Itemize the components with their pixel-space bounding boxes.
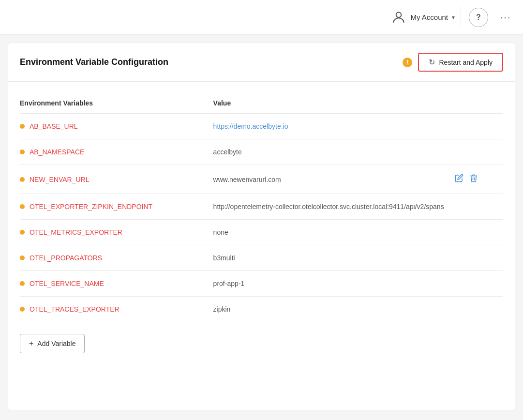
env-key-label: OTEL_TRACES_EXPORTER	[30, 305, 120, 313]
env-key-label: NEW_ENVAR_URL	[30, 176, 89, 183]
env-actions-cell	[455, 271, 503, 297]
env-actions-cell	[455, 245, 503, 271]
env-key-cell: NEW_ENVAR_URL	[20, 165, 213, 194]
env-value-cell: http://opentelemetry-collector.otelcolle…	[213, 194, 455, 220]
table-row: OTEL_TRACES_EXPORTER zipkin	[20, 297, 503, 322]
add-variable-button[interactable]: + Add Variable	[20, 334, 85, 353]
env-actions-cell	[455, 113, 503, 139]
env-table-container: Environment Variables Value AB_BASE_URL …	[8, 82, 515, 322]
env-key-label: OTEL_METRICS_EXPORTER	[30, 228, 122, 236]
env-status-dot	[20, 124, 25, 129]
delete-icon[interactable]	[469, 174, 478, 185]
add-variable-label: Add Variable	[37, 340, 75, 347]
env-value-text: accelbyte	[213, 148, 242, 156]
restart-apply-button[interactable]: ↻ Restart and Apply	[418, 53, 503, 72]
env-actions-cell	[455, 297, 503, 322]
env-key-cell: OTEL_METRICS_EXPORTER	[20, 220, 213, 245]
restart-apply-label: Restart and Apply	[439, 59, 493, 66]
page-header-actions: ! ↻ Restart and Apply	[403, 53, 503, 72]
col-header-variables: Environment Variables	[20, 93, 213, 113]
env-key-cell: AB_BASE_URL	[20, 113, 213, 139]
env-status-dot	[20, 307, 25, 312]
env-value-cell: https://demo.accelbyte.io	[213, 113, 455, 139]
table-row: AB_BASE_URL https://demo.accelbyte.io	[20, 113, 503, 139]
chevron-down-icon: ▾	[452, 14, 455, 21]
more-menu-button[interactable]: ···	[496, 8, 515, 27]
env-value-cell: b3multi	[213, 245, 455, 271]
env-actions-cell	[455, 194, 503, 220]
env-key-cell: OTEL_TRACES_EXPORTER	[20, 297, 213, 322]
env-value-text: b3multi	[213, 254, 235, 262]
col-header-actions	[455, 93, 503, 113]
env-value-cell: none	[213, 220, 455, 245]
env-key-label: AB_NAMESPACE	[30, 148, 84, 156]
env-key-label: OTEL_PROPAGATORS	[30, 254, 102, 262]
account-label: My Account	[410, 13, 448, 21]
env-value-cell: prof-app-1	[213, 271, 455, 297]
more-icon: ···	[500, 12, 511, 23]
env-status-dot	[20, 255, 25, 260]
env-value-text: http://opentelemetry-collector.otelcolle…	[213, 203, 444, 210]
env-value-text: prof-app-1	[213, 280, 245, 287]
env-key-cell: AB_NAMESPACE	[20, 139, 213, 165]
env-status-dot	[20, 150, 25, 154]
account-icon	[391, 10, 406, 25]
table-row: AB_NAMESPACE accelbyte	[20, 139, 503, 165]
env-status-dot	[20, 230, 25, 235]
env-value-cell: zipkin	[213, 297, 455, 322]
env-value-cell: www.newenvarurl.com	[213, 165, 455, 194]
env-actions-cell	[455, 220, 503, 245]
env-status-dot	[20, 204, 25, 209]
env-key-label: AB_BASE_URL	[30, 122, 78, 130]
main-content: Environment Variable Configuration ! ↻ R…	[8, 43, 515, 410]
question-icon: ?	[476, 13, 481, 22]
table-row: OTEL_PROPAGATORS b3multi	[20, 245, 503, 271]
env-value-cell: accelbyte	[213, 139, 455, 165]
help-button[interactable]: ?	[469, 8, 488, 27]
table-row: OTEL_SERVICE_NAME prof-app-1	[20, 271, 503, 297]
env-status-dot	[20, 281, 25, 286]
info-indicator: !	[403, 58, 412, 67]
page-header: Environment Variable Configuration ! ↻ R…	[8, 43, 515, 82]
env-status-dot	[20, 177, 25, 182]
env-value-link: https://demo.accelbyte.io	[213, 122, 288, 130]
table-row: OTEL_METRICS_EXPORTER none	[20, 220, 503, 245]
env-value-text: none	[213, 228, 228, 236]
plus-icon: +	[29, 339, 33, 348]
page-title: Environment Variable Configuration	[20, 57, 168, 67]
edit-icon[interactable]	[455, 174, 463, 185]
env-key-cell: OTEL_SERVICE_NAME	[20, 271, 213, 297]
env-key-label: OTEL_SERVICE_NAME	[30, 280, 104, 287]
table-row: OTEL_EXPORTER_ZIPKIN_ENDPOINT http://ope…	[20, 194, 503, 220]
env-value-text: www.newenvarurl.com	[213, 176, 281, 183]
env-key-label: OTEL_EXPORTER_ZIPKIN_ENDPOINT	[30, 203, 152, 210]
env-actions-cell	[455, 139, 503, 165]
table-header-row: Environment Variables Value	[20, 93, 503, 113]
env-actions-cell	[455, 165, 503, 194]
env-key-cell: OTEL_PROPAGATORS	[20, 245, 213, 271]
env-variables-table: Environment Variables Value AB_BASE_URL …	[20, 93, 503, 322]
account-menu[interactable]: My Account ▾	[385, 6, 461, 29]
restart-icon: ↻	[429, 58, 435, 67]
svg-point-0	[396, 12, 402, 17]
env-value-text: zipkin	[213, 305, 231, 313]
env-key-cell: OTEL_EXPORTER_ZIPKIN_ENDPOINT	[20, 194, 213, 220]
table-row: NEW_ENVAR_URL www.newenvarurl.com	[20, 165, 503, 194]
col-header-value: Value	[213, 93, 455, 113]
header: My Account ▾ ? ···	[0, 0, 523, 35]
